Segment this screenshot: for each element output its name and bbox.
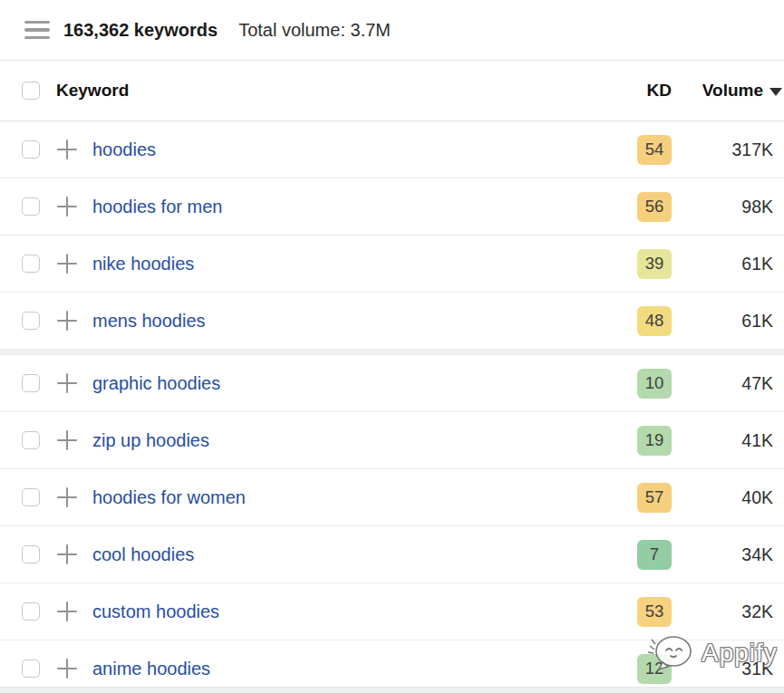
- volume-value: 98K: [672, 197, 773, 217]
- kd-cell: 56: [637, 192, 672, 222]
- bottom-divider: [0, 687, 784, 693]
- row-checkbox[interactable]: [22, 255, 40, 273]
- menu-icon[interactable]: [24, 21, 50, 40]
- volume-value: 61K: [672, 254, 773, 274]
- keyword-link[interactable]: cool hoodies: [92, 544, 194, 565]
- add-keyword-icon[interactable]: [57, 254, 77, 274]
- volume-value: 34K: [672, 544, 773, 565]
- row-checkbox[interactable]: [22, 659, 40, 678]
- table-row: graphic hoodies1047K: [0, 355, 784, 412]
- kd-cell: 10: [637, 369, 672, 399]
- row-checkbox[interactable]: [22, 140, 40, 159]
- kd-cell: 48: [637, 306, 672, 336]
- kd-badge: 7: [637, 540, 672, 570]
- volume-value: 317K: [672, 140, 773, 160]
- keyword-link[interactable]: nike hoodies: [92, 254, 194, 274]
- keyword-link[interactable]: hoodies: [92, 140, 156, 160]
- row-checkbox[interactable]: [22, 197, 40, 216]
- add-keyword-icon[interactable]: [57, 487, 77, 507]
- volume-value: 32K: [672, 602, 773, 622]
- kd-badge: 48: [637, 306, 672, 336]
- row-checkbox[interactable]: [22, 431, 40, 449]
- row-checkbox[interactable]: [22, 545, 40, 563]
- total-volume: Total volume: 3.7M: [238, 20, 391, 41]
- volume-value: 61K: [672, 311, 773, 332]
- keyword-link[interactable]: mens hoodies: [92, 311, 206, 332]
- kd-cell: 54: [637, 135, 672, 165]
- volume-value: 41K: [672, 430, 773, 451]
- table-row: nike hoodies3961K: [0, 236, 784, 293]
- sort-desc-icon: [769, 88, 782, 96]
- column-header-keyword[interactable]: Keyword: [56, 81, 129, 101]
- table-row: mens hoodies4861K: [0, 293, 784, 350]
- table-header: Keyword KD Volume: [0, 61, 784, 121]
- keyword-link[interactable]: zip up hoodies: [92, 430, 209, 451]
- kd-cell: 57: [637, 483, 672, 513]
- row-checkbox[interactable]: [22, 488, 40, 506]
- row-checkbox[interactable]: [22, 602, 40, 621]
- table-row: hoodies for men5698K: [0, 178, 784, 236]
- keyword-link[interactable]: hoodies for men: [92, 197, 222, 217]
- row-checkbox[interactable]: [22, 374, 40, 392]
- column-header-volume-label: Volume: [702, 81, 763, 101]
- select-all-checkbox[interactable]: [22, 82, 40, 100]
- add-keyword-icon[interactable]: [57, 311, 77, 331]
- volume-value: 47K: [672, 373, 773, 394]
- volume-value: 31K: [672, 659, 773, 679]
- add-keyword-icon[interactable]: [57, 544, 77, 564]
- kd-badge: 10: [637, 369, 672, 399]
- add-keyword-icon[interactable]: [57, 659, 77, 679]
- add-keyword-icon[interactable]: [57, 373, 77, 393]
- kd-badge: 54: [637, 135, 672, 165]
- kd-cell: 39: [637, 249, 672, 279]
- column-header-volume[interactable]: Volume: [702, 81, 784, 101]
- add-keyword-icon[interactable]: [57, 140, 77, 159]
- kd-cell: 12: [637, 654, 672, 684]
- kd-badge: 39: [637, 249, 672, 279]
- kd-cell: 19: [637, 426, 672, 456]
- table-row: anime hoodies1231K: [0, 640, 784, 693]
- add-keyword-icon[interactable]: [57, 602, 77, 621]
- kd-badge: 19: [637, 426, 672, 456]
- table-row: hoodies54317K: [0, 121, 784, 178]
- keyword-table-body: hoodies54317Khoodies for men5698Knike ho…: [0, 121, 784, 693]
- table-row: cool hoodies734K: [0, 526, 784, 583]
- column-header-kd[interactable]: KD: [647, 81, 672, 101]
- keyword-link[interactable]: anime hoodies: [92, 659, 210, 679]
- kd-badge: 57: [637, 483, 672, 513]
- keyword-link[interactable]: custom hoodies: [92, 602, 219, 622]
- add-keyword-icon[interactable]: [57, 430, 77, 450]
- kd-cell: 53: [637, 597, 672, 627]
- table-row: zip up hoodies1941K: [0, 412, 784, 469]
- row-checkbox[interactable]: [22, 312, 40, 330]
- table-row: custom hoodies5332K: [0, 583, 784, 640]
- kd-badge: 12: [637, 654, 672, 684]
- keyword-link[interactable]: hoodies for women: [92, 487, 246, 508]
- kd-badge: 56: [637, 192, 672, 222]
- keyword-link[interactable]: graphic hoodies: [92, 373, 220, 394]
- add-keyword-icon[interactable]: [57, 197, 77, 217]
- kd-badge: 53: [637, 597, 672, 627]
- table-row: hoodies for women5740K: [0, 469, 784, 526]
- topbar: 163,362 keywords Total volume: 3.7M: [0, 0, 784, 61]
- kd-cell: 7: [637, 540, 672, 570]
- keywords-count: 163,362 keywords: [63, 20, 218, 41]
- volume-value: 40K: [672, 487, 773, 508]
